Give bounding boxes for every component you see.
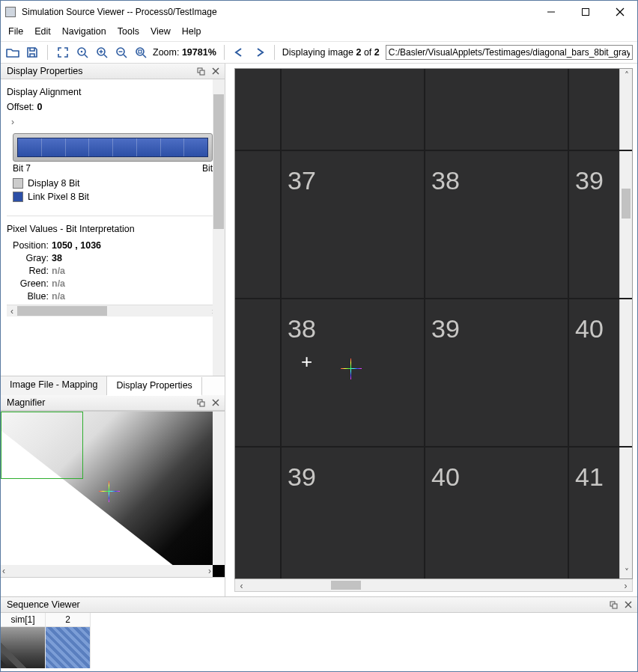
dp-hscrollbar[interactable]: ‹›: [7, 305, 219, 317]
close-button[interactable]: [603, 1, 637, 23]
sequence-viewer: Sequence Viewer sim[1] 2: [1, 596, 637, 668]
svg-point-14: [136, 48, 144, 55]
magnifier-vscrollbar[interactable]: [213, 412, 225, 565]
image-path-input[interactable]: [386, 45, 633, 60]
panel-close-icon[interactable]: [209, 397, 222, 409]
sequence-viewer-title: Sequence Viewer: [7, 599, 606, 610]
workspace: Display Properties Display Alignment Off…: [1, 64, 637, 596]
zoom-in-icon[interactable]: [94, 45, 109, 60]
sequence-item-1[interactable]: sim[1]: [1, 613, 46, 668]
svg-line-8: [104, 55, 107, 58]
bit-left-label: Bit 7: [13, 163, 31, 174]
pv-position-value: 1050 , 1036: [52, 240, 101, 251]
menu-edit[interactable]: Edit: [34, 26, 51, 37]
minimize-button[interactable]: [534, 1, 568, 23]
display-properties-header: Display Properties: [1, 64, 225, 79]
panel-close-icon[interactable]: [622, 599, 634, 611]
viewer-vscrollbar[interactable]: ˄˅: [619, 69, 632, 578]
sequence-thumb-1: [1, 627, 45, 668]
left-column: Display Properties Display Alignment Off…: [1, 64, 225, 596]
pv-blue-label: Blue:: [7, 291, 49, 302]
display-properties-body: Display Alignment Offset: 0 › Bit 7 Bit: [1, 79, 225, 376]
pixel-value: 39: [431, 314, 460, 343]
panel-float-icon[interactable]: [195, 65, 207, 78]
offset-value: 0: [37, 102, 43, 112]
legend-link-label: Link Pixel 8 Bit: [28, 192, 89, 202]
window-title: Simulation Source Viewer -- Process0/Tes…: [22, 7, 534, 17]
menu-help[interactable]: Help: [182, 26, 201, 37]
maximize-button[interactable]: [568, 1, 603, 23]
menu-navigation[interactable]: Navigation: [62, 26, 106, 37]
zoom-value: 19781%: [182, 47, 216, 58]
legend-swatch-blue: [13, 192, 23, 202]
pv-green-value: n/a: [52, 278, 65, 289]
tab-image-file-mapping[interactable]: Image File - Mapping: [1, 376, 107, 395]
image-viewer: + ˄˅ 373839383940394041 ‹›: [225, 64, 637, 596]
titlebar: Simulation Source Viewer -- Process0/Tes…: [1, 1, 637, 23]
image-counter: Displaying image 2 of 2: [282, 47, 380, 58]
magnifier-header: Magnifier: [1, 395, 225, 411]
svg-rect-22: [200, 402, 204, 406]
sequence-thumb-2: [46, 627, 90, 668]
sequence-item-1-label: sim[1]: [1, 613, 45, 627]
pixel-value: 37: [288, 166, 316, 195]
sequence-item-2[interactable]: 2: [46, 613, 91, 668]
svg-rect-26: [613, 604, 617, 608]
svg-line-15: [143, 55, 146, 58]
menu-tools[interactable]: Tools: [118, 26, 139, 37]
panel-float-icon[interactable]: [195, 397, 207, 409]
fit-window-icon[interactable]: [55, 45, 70, 60]
svg-line-12: [124, 55, 127, 58]
svg-rect-18: [200, 70, 204, 75]
sequence-viewer-header: Sequence Viewer: [1, 597, 637, 613]
legend-swatch-gray: [13, 178, 23, 189]
save-icon[interactable]: [25, 45, 40, 60]
toolbar: Zoom: 19781% Displaying image 2 of 2: [1, 41, 637, 64]
magnifier-hscrollbar[interactable]: ‹ ›: [1, 565, 213, 577]
zoom-region-icon[interactable]: [133, 45, 148, 60]
pv-gray-value: 38: [52, 253, 62, 263]
panel-float-icon[interactable]: [607, 599, 620, 611]
pixel-value: 39: [288, 462, 316, 492]
svg-point-6: [81, 51, 83, 53]
pixel-value: 38: [431, 166, 460, 195]
zoom-actual-icon[interactable]: [75, 45, 90, 60]
pixel-value: 40: [575, 314, 604, 343]
svg-rect-1: [583, 9, 589, 16]
pv-green-label: Green:: [7, 278, 49, 289]
viewer-hscrollbar[interactable]: ‹›: [234, 579, 633, 592]
zoom-label-text: Zoom:: [153, 47, 179, 58]
pixel-values-header: Pixel Values - Bit Interpretation: [7, 216, 219, 234]
view-canvas[interactable]: + ˄˅ 373839383940394041: [234, 68, 633, 579]
breadcrumb-chevron[interactable]: ›: [11, 117, 219, 127]
dp-vscrollbar[interactable]: [213, 79, 225, 376]
bit-bar[interactable]: Bit 7 Bit: [13, 133, 213, 174]
menu-file[interactable]: File: [8, 26, 23, 37]
zoom-readout: Zoom: 19781%: [153, 47, 216, 58]
nav-forward-icon[interactable]: [252, 45, 267, 60]
app-icon: [5, 7, 16, 17]
pv-red-value: n/a: [52, 266, 65, 276]
legend-display-label: Display 8 Bit: [28, 178, 79, 189]
dp-tabs: Image File - Mapping Display Properties: [1, 376, 225, 395]
display-alignment-header: Display Alignment: [7, 87, 219, 97]
panel-close-icon[interactable]: [209, 65, 222, 78]
separator: [224, 45, 225, 60]
magnifier-title: Magnifier: [7, 397, 193, 408]
open-folder-icon[interactable]: [5, 45, 20, 60]
offset-label: Offset:: [7, 102, 34, 112]
display-center-icon: +: [301, 352, 312, 371]
pv-blue-value: n/a: [52, 291, 65, 302]
menu-view[interactable]: View: [151, 26, 171, 37]
pixel-value: 41: [575, 462, 604, 492]
svg-line-5: [85, 55, 88, 58]
nav-back-icon[interactable]: [232, 45, 247, 60]
tab-display-properties[interactable]: Display Properties: [107, 377, 201, 396]
svg-rect-16: [139, 50, 142, 53]
magnifier-canvas[interactable]: ‹ ›: [1, 411, 225, 578]
pixel-value: 38: [288, 314, 316, 343]
zoom-out-icon[interactable]: [114, 45, 129, 60]
pixel-crosshair-icon: [346, 364, 356, 374]
bit-right-label: Bit: [202, 163, 213, 174]
pv-red-label: Red:: [7, 266, 49, 276]
